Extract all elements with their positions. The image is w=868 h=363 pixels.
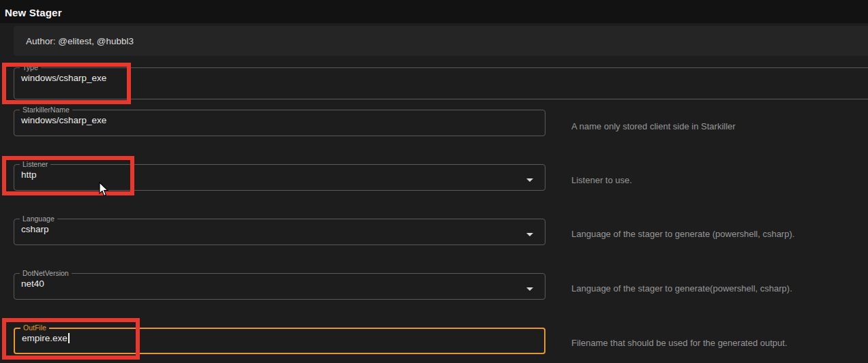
type-field-label: Type xyxy=(20,64,41,72)
starkillername-help-text: A name only stored client side in Starki… xyxy=(571,121,736,131)
author-card: Author: @elitest, @hubbl3 xyxy=(14,26,868,56)
type-field[interactable]: Type windows/csharp_exe xyxy=(14,64,868,99)
outfile-field-value: empire.exe xyxy=(15,332,544,343)
language-select-label: Language xyxy=(20,215,57,223)
outfile-field-label: OutFile xyxy=(20,324,49,332)
listener-select[interactable]: Listener http xyxy=(14,161,545,191)
starkillername-field-value: windows/csharp_exe xyxy=(14,114,545,125)
new-stager-screen: New Stager Author: @elitest, @hubbl3 Typ… xyxy=(0,0,868,363)
starkillername-field-label: StarkillerName xyxy=(20,106,72,114)
outfile-help-text: Filename that should be used for the gen… xyxy=(571,338,788,348)
outfile-field[interactable]: OutFile empire.exe xyxy=(14,324,545,354)
language-select[interactable]: Language csharp xyxy=(14,215,545,245)
chevron-down-icon[interactable] xyxy=(526,178,533,182)
text-cursor xyxy=(68,333,70,343)
listener-help-text: Listener to use. xyxy=(571,175,632,185)
chevron-down-icon[interactable] xyxy=(526,233,533,236)
dotnetversion-select[interactable]: DotNetVersion net40 xyxy=(14,270,545,300)
dotnetversion-select-value: net40 xyxy=(14,277,545,289)
dotnetversion-select-label: DotNetVersion xyxy=(20,270,72,277)
page-title: New Stager xyxy=(5,7,62,18)
author-text: Author: @elitest, @hubbl3 xyxy=(26,36,134,46)
starkillername-field[interactable]: StarkillerName windows/csharp_exe xyxy=(14,106,545,136)
type-field-value: windows/csharp_exe xyxy=(14,72,868,83)
listener-select-label: Listener xyxy=(20,161,50,168)
listener-select-value: http xyxy=(14,168,545,180)
dotnetversion-help-text: Language of the stager to generate(power… xyxy=(571,283,792,294)
language-select-value: csharp xyxy=(14,223,545,234)
language-help-text: Language of the stager to generate (powe… xyxy=(571,229,794,239)
chevron-down-icon[interactable] xyxy=(526,287,533,291)
title-bar: New Stager xyxy=(0,0,868,23)
